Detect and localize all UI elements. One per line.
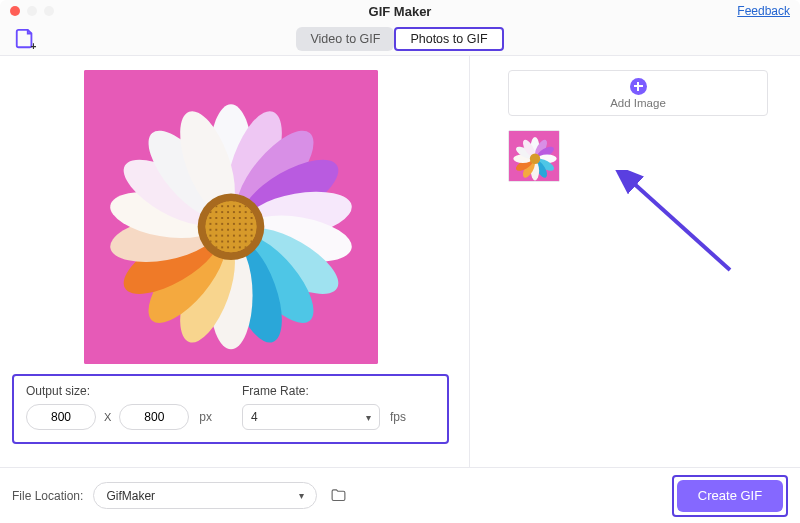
file-location-select[interactable]: GifMaker ▾	[93, 482, 317, 509]
add-image-button[interactable]: Add Image	[508, 70, 768, 116]
svg-point-22	[206, 201, 257, 252]
create-gif-highlight: Create GIF	[672, 475, 788, 517]
tab-photos-to-gif[interactable]: Photos to GIF	[394, 27, 503, 51]
chevron-down-icon: ▾	[366, 412, 371, 423]
size-separator: X	[104, 411, 111, 423]
chevron-down-icon: ▾	[299, 490, 304, 501]
svg-point-38	[530, 154, 540, 164]
window-controls	[10, 6, 54, 16]
open-folder-button[interactable]	[327, 485, 349, 507]
footer-bar: File Location: GifMaker ▾ Create GIF	[0, 468, 800, 523]
right-panel: Add Image	[470, 56, 800, 467]
create-gif-button[interactable]: Create GIF	[677, 480, 783, 512]
frame-rate-label: Frame Rate:	[242, 384, 406, 398]
window-title: GIF Maker	[0, 4, 800, 19]
thumbnail-item[interactable]	[508, 130, 560, 182]
zoom-window-button[interactable]	[44, 6, 54, 16]
output-height-input[interactable]	[119, 404, 189, 430]
fps-unit-label: fps	[390, 410, 406, 424]
feedback-link[interactable]: Feedback	[737, 4, 790, 18]
preview-image	[84, 70, 378, 364]
minimize-window-button[interactable]	[27, 6, 37, 16]
close-window-button[interactable]	[10, 6, 20, 16]
content-area: Output size: X px Frame Rate: 4	[0, 56, 800, 523]
svg-line-39	[630, 180, 730, 270]
px-unit-label: px	[199, 410, 212, 424]
add-image-label: Add Image	[610, 97, 666, 109]
left-panel: Output size: X px Frame Rate: 4	[0, 56, 470, 467]
frame-rate-select[interactable]: 4 ▾	[242, 404, 380, 430]
annotation-arrow	[590, 170, 750, 290]
frame-rate-value: 4	[251, 410, 258, 424]
plus-circle-icon	[630, 78, 647, 95]
tab-video-to-gif[interactable]: Video to GIF	[296, 27, 394, 51]
output-size-label: Output size:	[26, 384, 212, 398]
settings-box: Output size: X px Frame Rate: 4	[12, 374, 449, 444]
output-width-input[interactable]	[26, 404, 96, 430]
file-location-label: File Location:	[12, 489, 83, 503]
header-bar: + Video to GIF Photos to GIF	[0, 22, 800, 56]
title-bar: GIF Maker Feedback	[0, 0, 800, 22]
mode-tabs: Video to GIF Photos to GIF	[0, 27, 800, 51]
file-location-value: GifMaker	[106, 489, 155, 503]
thumbnail-strip	[508, 130, 768, 182]
